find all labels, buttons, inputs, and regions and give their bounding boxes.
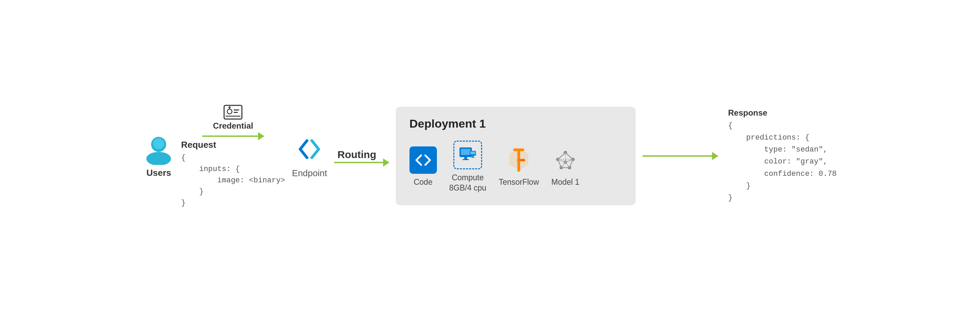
endpoint-label: Endpoint <box>292 168 327 179</box>
credential-arrow-section: Credential Request { inputs: { image: <b… <box>181 103 285 209</box>
response-section: Response { predictions: { type: "sedan",… <box>728 108 837 204</box>
routing-arrow-section: Routing <box>334 149 389 163</box>
code-icon <box>414 151 432 169</box>
tensorflow-icon <box>505 146 533 174</box>
svg-rect-7 <box>226 116 240 117</box>
svg-rect-15 <box>472 156 474 157</box>
routing-arrow <box>334 162 389 163</box>
deployment-item-code: Code <box>409 146 437 187</box>
endpoint-icon <box>294 134 325 165</box>
svg-line-32 <box>561 162 565 168</box>
svg-point-18 <box>517 158 521 162</box>
response-arrow-container <box>643 155 718 157</box>
svg-point-0 <box>146 152 171 165</box>
response-code: { predictions: { type: "sedan", color: "… <box>728 120 837 204</box>
request-arrow <box>202 135 264 137</box>
svg-point-2 <box>153 138 164 149</box>
credential-icon <box>223 103 243 121</box>
svg-line-26 <box>565 152 573 160</box>
svg-line-25 <box>558 152 565 160</box>
deployment-items: Code <box>409 141 622 193</box>
deployment-item-compute: Compute 8GB/4 cpu <box>449 141 487 193</box>
svg-rect-10 <box>461 149 471 155</box>
routing-label: Routing <box>337 149 376 160</box>
model1-icon <box>552 146 579 174</box>
compute-icon <box>457 145 478 165</box>
svg-rect-5 <box>234 109 239 111</box>
svg-line-33 <box>565 162 570 168</box>
diagram-container: Users Credential Request { inputs: { i <box>0 0 980 312</box>
response-arrow <box>643 155 718 157</box>
deployment-box: Deployment 1 Code <box>396 107 636 206</box>
user-icon <box>143 134 174 165</box>
compute-label: Compute 8GB/4 cpu <box>449 173 487 193</box>
svg-point-8 <box>229 106 231 108</box>
response-label: Response <box>728 108 768 118</box>
svg-rect-6 <box>234 112 238 113</box>
deployment-item-tensorflow: TensorFlow <box>499 146 539 187</box>
endpoint-section: Endpoint <box>292 134 327 179</box>
deployment-title: Deployment 1 <box>409 117 622 130</box>
code-label: Code <box>414 177 433 187</box>
tensorflow-label: TensorFlow <box>499 177 539 187</box>
svg-rect-14 <box>471 152 475 154</box>
user-label: Users <box>146 168 171 178</box>
svg-rect-16 <box>471 157 474 158</box>
user-section: Users <box>143 134 174 178</box>
request-label: Request <box>181 139 285 150</box>
svg-rect-12 <box>463 159 469 160</box>
code-icon-wrapper <box>409 146 437 174</box>
deployment-item-model1: Model 1 <box>551 146 579 187</box>
svg-point-4 <box>227 109 232 114</box>
request-code: { inputs: { image: <binary> } } <box>181 152 285 209</box>
svg-rect-3 <box>224 105 242 119</box>
credential-label: Credential <box>213 121 253 131</box>
model1-label: Model 1 <box>551 177 579 187</box>
compute-icon-wrapper <box>453 141 482 169</box>
svg-rect-11 <box>464 157 467 159</box>
